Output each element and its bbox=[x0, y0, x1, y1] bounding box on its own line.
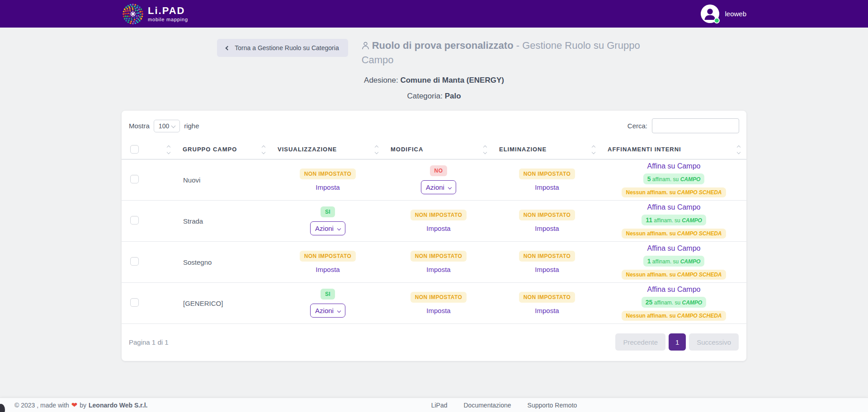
gruppo-campo-name: Sostegno bbox=[176, 242, 271, 283]
chevron-down-icon bbox=[337, 309, 341, 313]
user-avatar[interactable] bbox=[701, 5, 719, 23]
affina-su-campo-link[interactable]: Affina su Campo bbox=[647, 244, 701, 253]
col-gruppo-campo[interactable]: GRUPPO CAMPO bbox=[183, 146, 237, 153]
person-outline-icon bbox=[362, 40, 369, 53]
modifica-badge: NON IMPOSTATO bbox=[410, 251, 467, 262]
imposta-link[interactable]: Imposta bbox=[316, 266, 340, 273]
adesione-label: Adesione: bbox=[364, 76, 398, 84]
col-affinamenti-interni[interactable]: AFFINAMENTI INTERNI bbox=[608, 146, 681, 153]
table-row: Strada SI Azioni NON IMPOSTATO Imposta N… bbox=[122, 201, 746, 242]
gruppo-campo-name: Strada bbox=[176, 201, 271, 242]
rows-label: righe bbox=[184, 122, 199, 130]
page-title: Ruolo di prova personalizzato - Gestione… bbox=[362, 39, 651, 66]
rows-per-page-value: 100 bbox=[159, 122, 169, 130]
chevron-down-icon bbox=[337, 227, 341, 230]
imposta-link[interactable]: Imposta bbox=[535, 183, 559, 191]
campo-scheda-badge: Nessun affinam. su CAMPO SCHEDA bbox=[622, 229, 726, 239]
eliminazione-badge: NON IMPOSTATO bbox=[519, 169, 576, 179]
categoria-value: Palo bbox=[445, 92, 461, 100]
campo-count-badge: 25 affinam. su CAMPO bbox=[642, 297, 706, 308]
campo-count-badge: 11 affinam. su CAMPO bbox=[642, 215, 706, 225]
visualizzazione-badge: SI bbox=[321, 289, 335, 300]
eliminazione-badge: NON IMPOSTATO bbox=[519, 251, 576, 262]
footer: © 2023 , made with ❤ by Leonardo Web S.r… bbox=[0, 398, 868, 412]
next-page-button[interactable]: Successivo bbox=[689, 333, 739, 351]
campo-scheda-badge: Nessun affinam. su CAMPO SCHEDA bbox=[622, 270, 726, 280]
imposta-link[interactable]: Imposta bbox=[316, 183, 340, 191]
sort-control[interactable] bbox=[375, 145, 378, 154]
gruppo-campo-table: GRUPPO CAMPO VISUALIZZAZIONE MODIFICA EL… bbox=[122, 140, 746, 324]
back-button-label: Torna a Gestione Ruolo su Categoria bbox=[235, 44, 339, 52]
gruppo-campo-name: Nuovi bbox=[176, 159, 271, 201]
campo-count-badge: 5 affinam. su CAMPO bbox=[643, 173, 705, 184]
current-page-button[interactable]: 1 bbox=[669, 333, 686, 351]
affina-su-campo-link[interactable]: Affina su Campo bbox=[647, 203, 701, 211]
modifica-badge: NO bbox=[430, 165, 448, 176]
azioni-select[interactable]: Azioni bbox=[310, 304, 345, 318]
page-title-row: Torna a Gestione Ruolo su Categoria Ruol… bbox=[0, 39, 868, 66]
table-row: Sostegno NON IMPOSTATO Imposta NON IMPOS… bbox=[122, 242, 746, 283]
heart-icon: ❤ bbox=[71, 402, 77, 409]
row-checkbox[interactable] bbox=[130, 175, 139, 183]
chevron-down-icon bbox=[171, 124, 176, 128]
modifica-badge: NON IMPOSTATO bbox=[410, 210, 467, 220]
sort-control[interactable] bbox=[592, 145, 595, 154]
table-card: Mostra 100 righe Cerca: bbox=[122, 111, 746, 361]
table-row: [GENERICO] SI Azioni NON IMPOSTATO Impos… bbox=[122, 283, 746, 324]
lipad-logo[interactable]: Li.PAD mobile mapping bbox=[122, 3, 188, 25]
logo-subtitle: mobile mapping bbox=[148, 17, 188, 22]
row-checkbox[interactable] bbox=[130, 257, 139, 266]
visualizzazione-badge: NON IMPOSTATO bbox=[300, 251, 356, 262]
row-checkbox[interactable] bbox=[130, 216, 139, 225]
sort-control[interactable] bbox=[484, 145, 486, 154]
categoria-line: Categoria: Palo bbox=[0, 92, 868, 101]
select-all-checkbox[interactable] bbox=[130, 145, 139, 154]
adesione-line: Adesione: Comune di Manta (ENERGY) bbox=[0, 76, 868, 85]
affina-su-campo-link[interactable]: Affina su Campo bbox=[647, 162, 701, 170]
affina-su-campo-link[interactable]: Affina su Campo bbox=[647, 286, 701, 294]
imposta-link[interactable]: Imposta bbox=[426, 266, 450, 273]
campo-count-badge: 1 affinam. su CAMPO bbox=[643, 256, 705, 267]
footer-link-supporto-remoto[interactable]: Supporto Remoto bbox=[528, 402, 577, 409]
visualizzazione-badge: SI bbox=[321, 206, 335, 217]
imposta-link[interactable]: Imposta bbox=[426, 225, 450, 232]
col-eliminazione[interactable]: ELIMINAZIONE bbox=[499, 146, 547, 153]
imposta-link[interactable]: Imposta bbox=[535, 225, 559, 232]
campo-scheda-badge: Nessun affinam. su CAMPO SCHEDA bbox=[622, 311, 726, 321]
logo-title: Li.PAD bbox=[148, 6, 188, 16]
categoria-label: Categoria: bbox=[407, 92, 442, 100]
user-menu[interactable]: leoweb bbox=[701, 5, 746, 23]
row-checkbox[interactable] bbox=[130, 298, 139, 307]
footer-link-lipad[interactable]: LiPad bbox=[431, 402, 448, 409]
lipad-logo-icon bbox=[122, 3, 144, 25]
app-header: Li.PAD mobile mapping leoweb bbox=[0, 0, 868, 28]
page-info: Pagina 1 di 1 bbox=[129, 338, 169, 346]
previous-page-button[interactable]: Precedente bbox=[615, 333, 665, 351]
table-header-row: GRUPPO CAMPO VISUALIZZAZIONE MODIFICA EL… bbox=[122, 140, 746, 159]
eliminazione-badge: NON IMPOSTATO bbox=[519, 292, 576, 303]
azioni-select[interactable]: Azioni bbox=[310, 221, 345, 235]
table-controls: Mostra 100 righe Cerca: bbox=[122, 118, 746, 133]
modifica-badge: NON IMPOSTATO bbox=[410, 292, 467, 303]
footer-link-documentazione[interactable]: Documentazione bbox=[464, 402, 511, 409]
copyright: © 2023 , made with ❤ by Leonardo Web S.r… bbox=[0, 402, 147, 409]
footer-links: LiPad Documentazione Supporto Remoto bbox=[431, 402, 577, 409]
company-name: Leonardo Web S.r.l. bbox=[89, 402, 147, 409]
sort-control[interactable] bbox=[737, 145, 740, 154]
azioni-select[interactable]: Azioni bbox=[421, 180, 456, 194]
eliminazione-badge: NON IMPOSTATO bbox=[519, 210, 576, 220]
rows-per-page-select[interactable]: 100 bbox=[154, 120, 180, 132]
table-row: Nuovi NON IMPOSTATO Imposta NO Azioni NO… bbox=[122, 159, 746, 201]
search-label: Cerca: bbox=[627, 122, 647, 130]
col-modifica[interactable]: MODIFICA bbox=[391, 146, 423, 153]
imposta-link[interactable]: Imposta bbox=[535, 307, 559, 314]
imposta-link[interactable]: Imposta bbox=[426, 307, 450, 314]
back-button[interactable]: Torna a Gestione Ruolo su Categoria bbox=[217, 39, 348, 57]
col-visualizzazione[interactable]: VISUALIZZAZIONE bbox=[278, 146, 337, 153]
imposta-link[interactable]: Imposta bbox=[535, 266, 559, 273]
sort-control[interactable] bbox=[262, 145, 265, 154]
chevron-down-icon bbox=[448, 186, 452, 189]
gruppo-campo-name: [GENERICO] bbox=[176, 283, 271, 324]
search-input[interactable] bbox=[652, 118, 739, 133]
sort-control[interactable] bbox=[167, 145, 170, 154]
